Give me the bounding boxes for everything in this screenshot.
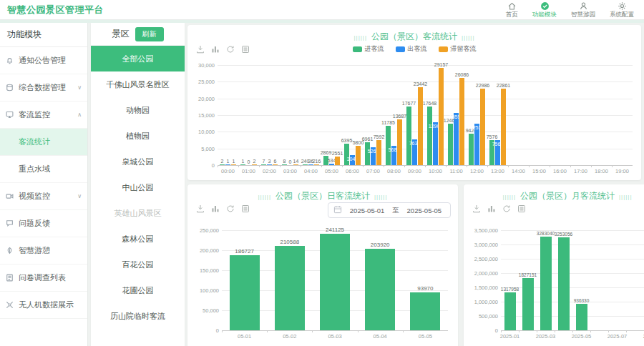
bar-value-label: 210588 <box>280 239 299 245</box>
legend-swatch <box>439 46 448 52</box>
x-tick-label: 05-02 <box>283 333 296 340</box>
legend-item-出客流[interactable]: 出客流 <box>396 44 427 54</box>
park-list-item[interactable]: 动物园 <box>91 97 185 123</box>
y-tick-label: 0 <box>467 327 498 334</box>
sidebar-subitem-重点水域[interactable]: 重点水域 <box>0 156 87 183</box>
bar-chart-icon[interactable] <box>487 203 496 216</box>
bar-进客流-01:00 <box>240 164 245 165</box>
legend-swatch <box>353 46 362 52</box>
gridline <box>218 132 633 132</box>
x-tick-label: 00:00 <box>221 168 235 174</box>
bar-value-label: 1 <box>227 159 230 164</box>
x-axis-tick <box>501 330 502 332</box>
bar-出客流-02:00 <box>267 164 272 165</box>
bar-出客流-10:00 <box>433 122 438 165</box>
bar-chart-icon[interactable] <box>211 203 220 216</box>
bar-value-label: 6 <box>274 159 277 164</box>
park-list-item[interactable]: 花圃公园 <box>91 277 185 303</box>
park-list-item[interactable]: 泉城公园 <box>91 149 185 174</box>
bar-value-label: 1 <box>233 159 235 164</box>
park-list-item[interactable]: 千佛山风景名胜区 <box>91 71 185 97</box>
sidebar-item-6[interactable]: 智慧游憩 <box>0 237 87 265</box>
bar-value-label: 93970 <box>417 285 433 292</box>
chart-legend: 进客流出客流滞留客流 <box>187 44 641 54</box>
sidebar-item-8[interactable]: 无人机数据展示 <box>0 292 87 319</box>
park-list-item[interactable]: 历山院临时客流 <box>91 303 185 329</box>
x-tick-label: 11:00 <box>449 168 462 174</box>
legend-label: 滞留客流 <box>451 44 477 54</box>
x-tick-label: 05-03 <box>328 333 341 340</box>
x-axis-tick <box>537 330 537 332</box>
legend-label: 进客流 <box>365 44 384 54</box>
sidebar-item-2[interactable]: 综合数据管理∨ <box>0 74 87 102</box>
park-list-item[interactable]: 百花公园 <box>91 252 185 277</box>
restore-icon[interactable] <box>226 203 235 216</box>
bar-value-label: 7576 <box>487 134 498 139</box>
sidebar-item-3[interactable]: 客流监控∧ <box>0 102 87 129</box>
y-tick-label: 0 <box>183 162 215 169</box>
bar-value-label: 1317958 <box>501 287 519 292</box>
x-tick-label: 09:00 <box>408 168 421 174</box>
restore-icon[interactable] <box>502 203 511 216</box>
sidebar-item-5[interactable]: 问题反馈 <box>0 210 87 237</box>
calendar-icon <box>333 204 342 217</box>
park-list-item[interactable]: 全部公园 <box>91 46 185 71</box>
x-tick-label: 04:00 <box>304 168 318 174</box>
x-axis-tick <box>358 330 358 332</box>
data-view-icon[interactable] <box>517 203 526 216</box>
title-deco: |||||| <box>354 34 367 41</box>
y-tick-label: 1,000,000 <box>467 299 498 305</box>
sidebar-item-1[interactable]: 通知公告管理 <box>0 47 87 74</box>
sidebar-item-label: 客流监控 <box>19 109 77 120</box>
bar-日客流-05-01 <box>230 255 260 330</box>
refresh-button[interactable]: 刷新 <box>135 27 164 41</box>
gear-icon <box>618 1 627 11</box>
x-tick-label: 05-05 <box>419 333 432 340</box>
park-list-item[interactable]: 中山公园 <box>91 174 185 200</box>
bar-value-label: 22861 <box>497 83 510 88</box>
park-list-item[interactable]: 植物园 <box>91 123 185 149</box>
title-deco: |||||| <box>374 194 387 200</box>
sidebar-item-4[interactable]: 视频监控∨ <box>0 183 87 210</box>
bar-滞留客流-03:00 <box>293 164 298 165</box>
date-end-value[interactable]: 2025-05-05 <box>404 207 445 214</box>
legend-item-滞留客流[interactable]: 滞留客流 <box>439 44 477 54</box>
bar-value-label: 241125 <box>326 227 344 233</box>
date-range-picker[interactable]: 2025-05-01 至 2025-05-05 <box>328 202 451 218</box>
nav-item-2[interactable]: 功能模块 <box>532 1 557 18</box>
save-image-icon[interactable] <box>196 203 205 216</box>
sidebar-item-7[interactable]: 问卷调查列表 <box>0 265 87 292</box>
daily-chart-plot: 050,000100,000150,000200,000250,00005-01… <box>222 230 448 330</box>
save-image-icon[interactable] <box>472 203 481 216</box>
bar-value-label: 216 <box>313 159 321 164</box>
x-tick-label: 19:00 <box>615 168 629 174</box>
y-tick-label: 250,000 <box>187 227 219 234</box>
bar-value-label: 1 <box>242 159 245 164</box>
bar-value-label: 0 <box>289 159 292 164</box>
bar-value-label: 13687 <box>393 114 406 119</box>
date-start-value[interactable]: 2025-05-01 <box>346 207 388 214</box>
nav-item-3[interactable]: 智慧游园 <box>571 1 595 18</box>
nav-item-1[interactable]: 首页 <box>506 1 518 18</box>
y-tick-label: 20,000 <box>183 95 215 102</box>
x-axis-tick <box>259 165 260 167</box>
gridline <box>501 259 644 260</box>
sidebar-subitem-客流统计[interactable]: 客流统计 <box>0 129 87 156</box>
hourly-chart-plot: 05,00010,00015,00020,00025,00030,00000:0… <box>218 65 633 165</box>
y-tick-label: 0 <box>187 327 219 334</box>
bar-月客流-2025-05 <box>576 304 587 330</box>
monthly-chart-plot: 0500,0001,000,0001,500,0002,000,0002,500… <box>501 230 644 330</box>
x-axis-tick <box>572 330 573 332</box>
bar-进客流-03:00 <box>282 164 287 165</box>
data-view-icon[interactable] <box>241 203 250 216</box>
bar-value-label: 2869 <box>321 150 332 155</box>
legend-item-进客流[interactable]: 进客流 <box>353 44 384 54</box>
x-tick-label: 05-01 <box>238 333 251 340</box>
x-axis-tick <box>591 165 592 167</box>
nav-item-4[interactable]: 系统配置 <box>610 1 634 18</box>
sidebar-item-label: 无人机数据展示 <box>19 300 82 310</box>
bar-滞留客流-10:00 <box>439 68 444 165</box>
bar-出客流-05:00 <box>329 164 334 165</box>
x-tick-label: 06:00 <box>346 168 359 174</box>
park-list-item[interactable]: 森林公园 <box>91 226 185 252</box>
